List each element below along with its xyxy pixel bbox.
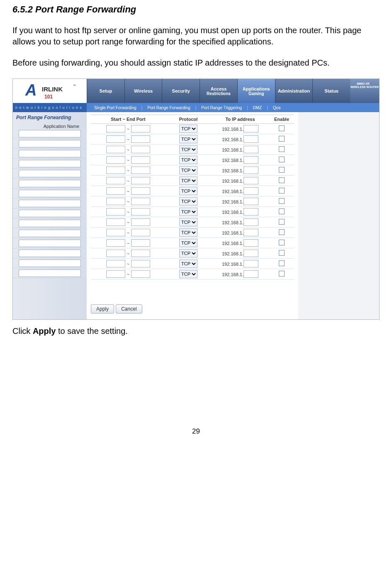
end-port-input[interactable] xyxy=(131,270,150,278)
end-port-input[interactable] xyxy=(131,146,150,153)
start-port-input[interactable] xyxy=(106,167,125,174)
end-port-input[interactable] xyxy=(131,177,150,184)
ip-last-octet-input[interactable] xyxy=(243,229,258,236)
start-port-input[interactable] xyxy=(106,135,125,143)
end-port-input[interactable] xyxy=(131,187,150,195)
tab-setup[interactable]: Setup xyxy=(87,79,124,103)
end-port-input[interactable] xyxy=(131,125,150,132)
ip-last-octet-input[interactable] xyxy=(243,177,258,184)
enable-checkbox[interactable] xyxy=(279,240,285,245)
start-port-input[interactable] xyxy=(106,187,125,195)
protocol-select[interactable]: TCP xyxy=(179,166,197,174)
enable-checkbox[interactable] xyxy=(279,177,285,183)
tab-access-restrictions[interactable]: AccessRestrictions xyxy=(200,79,237,103)
end-port-input[interactable] xyxy=(131,156,150,164)
end-port-input[interactable] xyxy=(131,218,150,226)
tab-status[interactable]: Status xyxy=(312,79,350,103)
start-port-input[interactable] xyxy=(106,156,125,164)
subtab-port-range-triggering[interactable]: Port Range Triggering xyxy=(198,105,245,110)
application-name-input[interactable] xyxy=(19,180,81,187)
cancel-button[interactable]: Cancel xyxy=(116,304,142,314)
subtab-dmz[interactable]: DMZ xyxy=(250,105,265,110)
end-port-input[interactable] xyxy=(131,260,150,267)
start-port-input[interactable] xyxy=(106,239,125,247)
protocol-select[interactable]: TCP xyxy=(179,187,197,195)
ip-last-octet-input[interactable] xyxy=(243,208,258,216)
protocol-select[interactable]: TCP xyxy=(179,218,197,226)
enable-checkbox[interactable] xyxy=(279,125,285,131)
subtab-qos[interactable]: Qos xyxy=(270,105,284,110)
protocol-select[interactable]: TCP xyxy=(179,270,197,278)
ip-last-octet-input[interactable] xyxy=(243,198,258,205)
enable-checkbox[interactable] xyxy=(279,250,285,256)
ip-last-octet-input[interactable] xyxy=(243,250,258,257)
application-name-input[interactable] xyxy=(19,220,81,227)
end-port-input[interactable] xyxy=(131,239,150,247)
start-port-input[interactable] xyxy=(106,198,125,205)
application-name-input[interactable] xyxy=(19,170,81,177)
enable-checkbox[interactable] xyxy=(279,229,285,235)
application-name-input[interactable] xyxy=(19,230,81,237)
start-port-input[interactable] xyxy=(106,218,125,226)
subtab-single-port-forwarding[interactable]: Single Port Forwarding xyxy=(91,105,140,110)
start-port-input[interactable] xyxy=(106,208,125,216)
protocol-select[interactable]: TCP xyxy=(179,156,197,164)
tab-wireless[interactable]: Wireless xyxy=(124,79,162,103)
start-port-input[interactable] xyxy=(106,250,125,257)
start-port-input[interactable] xyxy=(106,260,125,267)
application-name-input[interactable] xyxy=(19,130,81,137)
tab-security[interactable]: Security xyxy=(162,79,200,103)
application-name-input[interactable] xyxy=(19,260,81,267)
start-port-input[interactable] xyxy=(106,146,125,153)
ip-last-octet-input[interactable] xyxy=(243,167,258,174)
end-port-input[interactable] xyxy=(131,135,150,143)
start-port-input[interactable] xyxy=(106,177,125,184)
apply-button[interactable]: Apply xyxy=(91,304,114,314)
subtab-port-range-forwarding[interactable]: Port Range Forwarding xyxy=(144,105,193,110)
application-name-input[interactable] xyxy=(19,150,81,157)
ip-last-octet-input[interactable] xyxy=(243,218,258,226)
application-name-input[interactable] xyxy=(19,270,81,277)
application-name-input[interactable] xyxy=(19,200,81,207)
protocol-select[interactable]: TCP xyxy=(179,125,197,133)
enable-checkbox[interactable] xyxy=(279,198,285,204)
enable-checkbox[interactable] xyxy=(279,167,285,173)
ip-last-octet-input[interactable] xyxy=(243,187,258,195)
start-port-input[interactable] xyxy=(106,125,125,132)
protocol-select[interactable]: TCP xyxy=(179,260,197,268)
enable-checkbox[interactable] xyxy=(279,146,285,152)
application-name-input[interactable] xyxy=(19,210,81,217)
application-name-input[interactable] xyxy=(19,250,81,257)
ip-last-octet-input[interactable] xyxy=(243,260,258,267)
ip-last-octet-input[interactable] xyxy=(243,125,258,132)
ip-last-octet-input[interactable] xyxy=(243,135,258,143)
end-port-input[interactable] xyxy=(131,208,150,216)
tab-applications-gaming[interactable]: ApplicationsGaming xyxy=(237,79,275,103)
protocol-select[interactable]: TCP xyxy=(179,135,197,143)
application-name-input[interactable] xyxy=(19,160,81,167)
protocol-select[interactable]: TCP xyxy=(179,197,197,206)
protocol-select[interactable]: TCP xyxy=(179,239,197,247)
enable-checkbox[interactable] xyxy=(279,219,285,225)
tab-administration[interactable]: Administration xyxy=(275,79,313,103)
enable-checkbox[interactable] xyxy=(279,188,285,194)
protocol-select[interactable]: TCP xyxy=(179,145,197,154)
enable-checkbox[interactable] xyxy=(279,157,285,162)
ip-last-octet-input[interactable] xyxy=(243,239,258,247)
protocol-select[interactable]: TCP xyxy=(179,228,197,237)
start-port-input[interactable] xyxy=(106,229,125,236)
end-port-input[interactable] xyxy=(131,167,150,174)
end-port-input[interactable] xyxy=(131,229,150,236)
application-name-input[interactable] xyxy=(19,240,81,247)
protocol-select[interactable]: TCP xyxy=(179,176,197,185)
application-name-input[interactable] xyxy=(19,140,81,147)
application-name-input[interactable] xyxy=(19,190,81,197)
ip-last-octet-input[interactable] xyxy=(243,156,258,164)
start-port-input[interactable] xyxy=(106,270,125,278)
protocol-select[interactable]: TCP xyxy=(179,208,197,216)
enable-checkbox[interactable] xyxy=(279,136,285,142)
end-port-input[interactable] xyxy=(131,198,150,205)
enable-checkbox[interactable] xyxy=(279,208,285,214)
enable-checkbox[interactable] xyxy=(279,260,285,266)
end-port-input[interactable] xyxy=(131,250,150,257)
